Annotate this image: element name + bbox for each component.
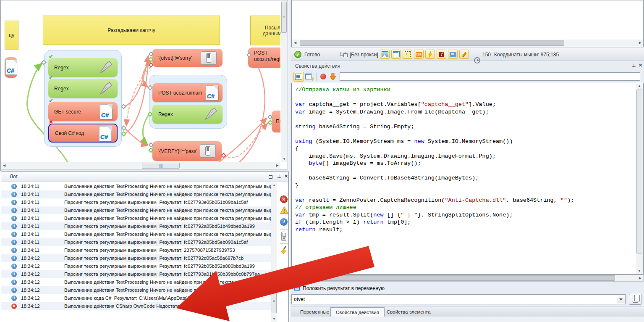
down-arrow-button[interactable] — [330, 73, 336, 81]
log-panel: Лог ⊥ ✕ i18:34:11Выполнение действия Tex… — [0, 172, 290, 322]
info-icon: i — [11, 208, 17, 213]
browser-hscrollbar-thumb[interactable] — [300, 40, 564, 46]
pen-icon — [98, 60, 113, 76]
flowchart-canvas[interactable]: цу Разгадываем каптчу Посылае данными р … — [1, 0, 280, 162]
action-search-input[interactable] — [340, 72, 640, 81]
node-get-secure[interactable]: GET secure C# — [48, 102, 118, 121]
browser-hscrollbar[interactable]: ◀ ▶ — [292, 40, 643, 46]
log-row[interactable]: i18:34:12Выполнение действия TextProcess… — [1, 278, 271, 286]
log-row[interactable]: i18:34:11Парсинг текста регулярным выраж… — [1, 198, 271, 206]
flow-vscrollbar[interactable]: ≡ ▼ — [281, 1, 287, 162]
scroll-down-icon[interactable]: ▼ — [283, 158, 286, 161]
javascript-toggle-button[interactable] — [425, 50, 435, 59]
highlight-toggle-button[interactable] — [459, 50, 469, 59]
log-timestamp: 18:34:11 — [21, 182, 39, 190]
scroll-right-icon[interactable]: ▶ — [276, 164, 279, 167]
node-pa[interactable]: Па — [272, 111, 280, 132]
flow-hscrollbar-thumb[interactable]: |||| — [142, 163, 180, 169]
status-bar: ✔ Готово [Без прокси] F CSS f 150 Коорд — [291, 48, 644, 61]
node-cond-verfy[interactable]: '{VERFY}'!='pass' — [152, 141, 222, 161]
node-regex-2[interactable]: Regex — [48, 79, 118, 98]
images-toggle-button[interactable] — [380, 50, 390, 59]
code-vscrollbar[interactable]: ▲ ▼ — [636, 84, 643, 274]
node-post-main[interactable]: POST ucoz.ru/main C# — [152, 83, 223, 102]
scroll-left-icon[interactable]: ◀ — [294, 41, 296, 45]
tab-element-properties[interactable]: Свойства элемента — [382, 307, 436, 317]
node-cond-otvet[interactable]: '{otvet}'!='sorry' — [152, 49, 223, 67]
scroll-down-icon[interactable]: ▼ — [638, 269, 641, 273]
log-row[interactable]: i18:34:12Парсинг текста регулярным выраж… — [1, 254, 271, 262]
banner-captcha[interactable]: Разгадываем каптчу — [43, 16, 220, 45]
node-regex-3[interactable]: Regex — [152, 105, 223, 124]
scroll-up-icon[interactable]: ▲ — [272, 184, 276, 187]
properties-list-button[interactable] — [293, 72, 304, 82]
scroll-left-icon[interactable]: ◀ — [3, 164, 5, 167]
pin-icon[interactable]: ⊥ — [632, 63, 636, 68]
scroll-up-icon[interactable]: ▲ — [638, 84, 641, 88]
scroll-left-icon[interactable]: ◀ — [293, 277, 296, 280]
scroll-right-icon[interactable]: ▶ — [639, 41, 641, 45]
window-action-button[interactable] — [305, 73, 314, 80]
flow-hscrollbar[interactable]: ◀ |||| ▶ — [1, 162, 280, 169]
warnings-filter-icon[interactable]: ! — [280, 206, 288, 214]
copy-button[interactable] — [629, 294, 641, 305]
pin-icon[interactable]: ⊥ — [277, 174, 281, 179]
log-row[interactable]: i18:34:12Выполнение кода C# Результат: C… — [1, 294, 271, 302]
monitor-icon — [450, 52, 456, 57]
log-row[interactable]: i18:34:12Парсинг текста регулярным выраж… — [1, 270, 271, 278]
browser-view[interactable]: ◀ ▶ — [291, 0, 644, 47]
log-message: Выполнение действия TextProcessing Ничег… — [64, 278, 271, 286]
code-hscrollbar[interactable]: ◀ ▶ — [291, 274, 644, 282]
css-toggle-button[interactable]: CSS — [414, 50, 424, 59]
log-vscrollbar[interactable]: ▲ ≡ ▼ — [271, 183, 277, 322]
info-filter-icon[interactable]: i — [280, 218, 288, 226]
log-row[interactable]: i18:34:11Выполнение действия TextProcess… — [1, 214, 271, 222]
log-row[interactable]: i18:34:12Выполнение действия TextProcess… — [1, 286, 271, 294]
emulation-toggle-button[interactable] — [448, 50, 458, 59]
code-vscrollbar-thumb[interactable] — [636, 90, 642, 253]
scroll-right-icon[interactable]: ▶ — [639, 277, 641, 280]
proxy-label[interactable]: [Без прокси] — [350, 52, 378, 58]
code-editor[interactable]: //Отправка капчи из картинки var captcha… — [291, 83, 644, 274]
info-icon: i — [11, 216, 17, 221]
browser-toggle-button[interactable] — [391, 50, 401, 59]
log-row[interactable]: i18:34:11Парсинг текста регулярным выраж… — [1, 238, 271, 246]
banner-left[interactable]: цу — [5, 21, 18, 50]
flash-toggle-button[interactable]: f — [437, 50, 446, 59]
mouse-coordinates: Координаты мыши: 975;185 — [494, 52, 559, 58]
log-row[interactable]: i18:34:11Выполнение действия TextProcess… — [1, 230, 271, 238]
broom-clear-icon[interactable] — [280, 246, 288, 253]
node-clipped-left[interactable]: C# — [5, 57, 17, 78]
maximize-icon[interactable] — [269, 175, 272, 179]
log-row[interactable]: i18:34:12Парсинг текста регулярным выраж… — [1, 262, 271, 270]
log-row[interactable]: i18:34:11Выполнение действия TextProcess… — [1, 206, 271, 214]
log-titlebar: Лог ⊥ ✕ — [1, 172, 288, 182]
log-row[interactable]: i18:34:11Выполнение действия TextProcess… — [1, 182, 271, 190]
log-row[interactable]: i18:34:11Выполнение действия TextProcess… — [1, 190, 271, 198]
log-row[interactable]: ✕18:34:12Выполнение действия CSharp OwnC… — [1, 302, 271, 310]
result-variable-combobox[interactable]: otvet — [291, 294, 626, 304]
banner-send[interactable]: Посылае данными р — [250, 16, 280, 45]
log-row[interactable]: i18:34:11Парсинг текста регулярным выраж… — [1, 222, 271, 230]
log-row[interactable]: i18:34:11Парсинг текста регулярным выраж… — [1, 246, 271, 254]
scroll-down-icon[interactable]: ▼ — [272, 317, 276, 321]
close-icon[interactable]: ✕ — [639, 63, 642, 68]
tab-action-properties[interactable]: Свойства действия — [330, 307, 385, 317]
ready-status-label: Готово — [304, 52, 320, 58]
code-hscrollbar-thumb[interactable] — [298, 275, 615, 281]
node-own-csharp-code[interactable]: Свой C# код C# — [48, 124, 118, 143]
dropdown-arrow-icon[interactable] — [617, 295, 625, 304]
tab-variables[interactable]: Переменные — [295, 307, 334, 317]
autoscroll-icon[interactable] — [281, 232, 286, 241]
flow-vscrollbar-thumb[interactable]: ≡ — [281, 2, 287, 33]
node-regex-1[interactable]: Regex — [48, 58, 118, 77]
close-icon[interactable]: ✕ — [284, 174, 288, 179]
node-post-regis[interactable]: POST ucoz.ru/regis — [248, 48, 280, 68]
frames-toggle-button[interactable]: F — [403, 50, 412, 59]
ready-status-icon: ✔ — [294, 51, 301, 58]
log-vscrollbar-thumb[interactable]: ≡ — [272, 289, 277, 313]
record-button[interactable] — [320, 74, 326, 79]
banner-captcha-label: Разгадываем каптчу — [107, 27, 155, 33]
errors-filter-icon[interactable]: ✕ — [280, 195, 288, 203]
proxy-computer-icon[interactable] — [340, 52, 347, 57]
